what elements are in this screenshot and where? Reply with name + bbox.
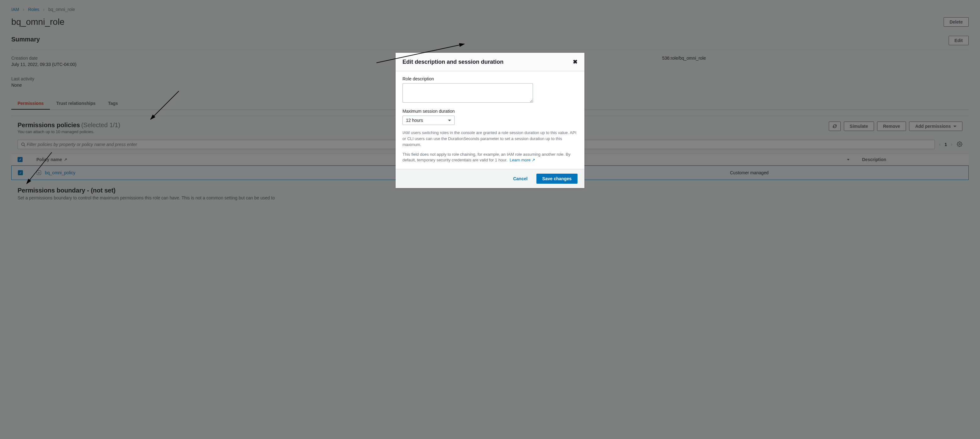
session-duration-label: Maximum session duration [402,109,578,114]
external-link-icon: ↗ [532,158,535,162]
close-icon: ✖ [573,59,578,65]
session-duration-value: 12 hours [406,118,423,123]
role-description-input[interactable] [402,83,533,103]
cancel-button[interactable]: Cancel [508,174,533,184]
help-text-2: This field does not apply to role chaini… [402,152,570,163]
session-duration-select[interactable]: 12 hours [402,116,455,125]
help-text-1: IAM users switching roles in the console… [402,130,578,148]
edit-modal: Edit description and session duration ✖ … [396,53,584,188]
modal-close-button[interactable]: ✖ [573,58,578,65]
caret-down-icon [448,120,451,121]
learn-more-link[interactable]: Learn more ↗ [510,158,535,162]
modal-title: Edit description and session duration [402,59,503,65]
save-changes-button[interactable]: Save changes [536,174,578,184]
role-description-label: Role description [402,76,578,81]
